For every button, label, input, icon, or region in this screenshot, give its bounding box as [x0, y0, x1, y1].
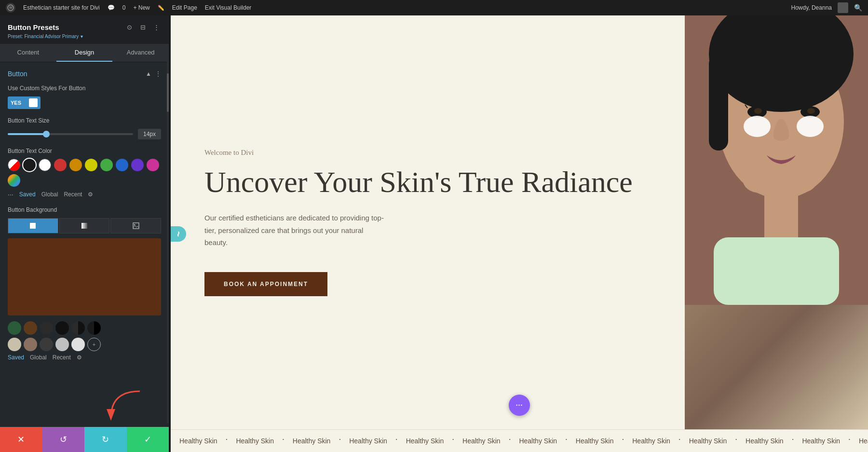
palette-swatch-half1[interactable]: [71, 321, 85, 335]
divi-fab[interactable]: [171, 226, 186, 242]
section-controls: ▲ ⋮: [146, 70, 161, 77]
color-swatch-black[interactable]: [23, 159, 36, 171]
panel-header-icons: ⊙ ⊟ ⋮: [124, 22, 161, 32]
ticker-item: Healthy Skin: [624, 437, 679, 445]
text-size-slider-track[interactable]: [8, 133, 133, 135]
palette-swatch-green[interactable]: [8, 321, 21, 335]
tab-advanced[interactable]: Advanced: [112, 44, 169, 62]
text-size-label: Button Text Size: [8, 117, 161, 125]
bg-color-preview[interactable]: [8, 238, 161, 315]
text-size-row: Button Text Size 14px: [8, 117, 161, 139]
admin-comment-count[interactable]: 0: [122, 4, 126, 11]
color-swatch-transparent[interactable]: [8, 159, 20, 171]
svg-point-20: [797, 116, 824, 137]
color-swatch-gradient[interactable]: [8, 174, 20, 187]
color-swatch-blue[interactable]: [116, 159, 128, 171]
color-swatch-purple[interactable]: [131, 159, 144, 171]
palette-swatch-cream[interactable]: [8, 338, 21, 351]
cancel-button[interactable]: ✕: [0, 427, 42, 452]
slider-fill: [8, 133, 45, 135]
panel-content: Button ▲ ⋮ Use Custom Styles For Button …: [0, 62, 169, 452]
image-icon: [133, 222, 139, 229]
scroll-thumb[interactable]: [167, 73, 169, 112]
wp-logo-icon[interactable]: W: [6, 3, 15, 13]
svg-point-13: [754, 108, 762, 114]
save-button[interactable]: ✓: [127, 427, 169, 452]
panel-tabs: Content Design Advanced: [0, 44, 169, 62]
admin-search-icon[interactable]: 🔍: [854, 4, 862, 12]
section-collapse-icon[interactable]: ▲: [146, 70, 151, 77]
color-swatch-white[interactable]: [39, 159, 51, 171]
panel-title: Button Presets: [8, 23, 59, 31]
custom-styles-row: Use Custom Styles For Button YES: [8, 84, 161, 109]
ticker-item: Healthy Skin: [454, 437, 509, 445]
wp-admin-bar: W Esthetician starter site for Divi 💬 0 …: [0, 0, 868, 15]
undo-button[interactable]: ↺: [42, 427, 85, 452]
palette-swatch-charcoal[interactable]: [40, 338, 53, 351]
bg-tab-image[interactable]: [110, 218, 161, 233]
palette-tab-saved[interactable]: Saved: [8, 354, 24, 361]
palette-gear-icon[interactable]: ⚙: [77, 354, 82, 361]
text-size-value[interactable]: 14px: [138, 129, 161, 139]
text-size-slider-row: 14px: [8, 129, 161, 139]
ticker-item: Healthy Skin: [340, 437, 396, 445]
hero-cta-button[interactable]: BOOK AN APPOINMENT: [204, 272, 327, 296]
bottom-bar: ✕ ↺ ↻ ✓: [0, 427, 169, 452]
ticker-item: Healthy Skin: [793, 437, 849, 445]
palette-swatch-tan[interactable]: [24, 338, 37, 351]
bg-tab-gradient[interactable]: [59, 218, 110, 233]
admin-site-name[interactable]: Esthetician starter site for Divi: [23, 4, 100, 11]
redo-button[interactable]: ↻: [84, 427, 127, 452]
palette-swatch-silver[interactable]: [55, 338, 69, 351]
color-swatch-orange[interactable]: [69, 159, 82, 171]
panel-preset-selector[interactable]: Preset: Financial Advisor Primary ▾: [8, 34, 161, 39]
color-more-dots[interactable]: ···: [8, 191, 14, 198]
svg-point-14: [807, 108, 815, 114]
admin-new-btn[interactable]: + New: [133, 4, 149, 11]
palette-swatch-dark2[interactable]: [55, 321, 69, 335]
section-more-icon[interactable]: ⋮: [155, 70, 161, 77]
svg-point-23: [743, 166, 776, 193]
svg-point-5: [134, 224, 135, 226]
svg-rect-4: [133, 223, 139, 229]
floating-btn-icon: ···: [516, 401, 523, 409]
tab-content[interactable]: Content: [0, 44, 56, 62]
tab-design[interactable]: Design: [56, 44, 113, 62]
color-swatch-red[interactable]: [54, 159, 67, 171]
svg-rect-10: [709, 54, 728, 151]
palette-swatch-dark1[interactable]: [40, 321, 53, 335]
panel-columns-icon[interactable]: ⊟: [138, 22, 148, 32]
palette-swatch-brown[interactable]: [24, 321, 37, 335]
panel-settings-icon[interactable]: ⊙: [124, 22, 134, 32]
text-color-row: Button Text Color ··· Saved: [8, 147, 161, 199]
color-gear-icon[interactable]: ⚙: [88, 191, 93, 198]
color-swatch-green[interactable]: [100, 159, 113, 171]
bg-type-tabs: [8, 218, 161, 233]
color-tab-saved[interactable]: Saved: [19, 191, 36, 198]
admin-exit-builder[interactable]: Exit Visual Builder: [205, 4, 252, 11]
color-swatch-pink[interactable]: [147, 159, 159, 171]
panel-preset-text: Preset: Financial Advisor Primary: [8, 34, 79, 39]
color-tab-recent[interactable]: Recent: [64, 191, 82, 198]
palette-tab-recent[interactable]: Recent: [53, 354, 71, 361]
palette-swatch-half2[interactable]: [87, 321, 101, 335]
floating-action-button[interactable]: ···: [509, 395, 530, 416]
toggle-handle: [29, 98, 38, 107]
custom-styles-toggle[interactable]: YES: [8, 96, 41, 109]
palette-tab-global[interactable]: Global: [30, 354, 47, 361]
palette-color-tabs: Saved Global Recent ⚙: [8, 354, 161, 361]
color-swatch-yellow[interactable]: [85, 159, 97, 171]
admin-avatar[interactable]: [838, 2, 848, 13]
admin-edit-page[interactable]: Edit Page: [172, 4, 197, 11]
canvas-area: Welcome to Divi Uncover Your Skin's True…: [171, 15, 868, 452]
button-section-header: Button ▲ ⋮: [8, 70, 161, 78]
palette-swatch-lightgrey[interactable]: [71, 338, 85, 351]
color-tab-global[interactable]: Global: [41, 191, 58, 198]
bg-tab-solid[interactable]: [8, 218, 58, 233]
slider-thumb[interactable]: [43, 131, 50, 137]
panel-more-icon[interactable]: ⋮: [151, 22, 161, 32]
palette-add-swatch[interactable]: +: [87, 338, 101, 351]
ticker-item: Healthy Skin: [567, 437, 623, 445]
svg-rect-22: [714, 237, 839, 305]
ticker-item: Healthy Skin: [227, 437, 283, 445]
